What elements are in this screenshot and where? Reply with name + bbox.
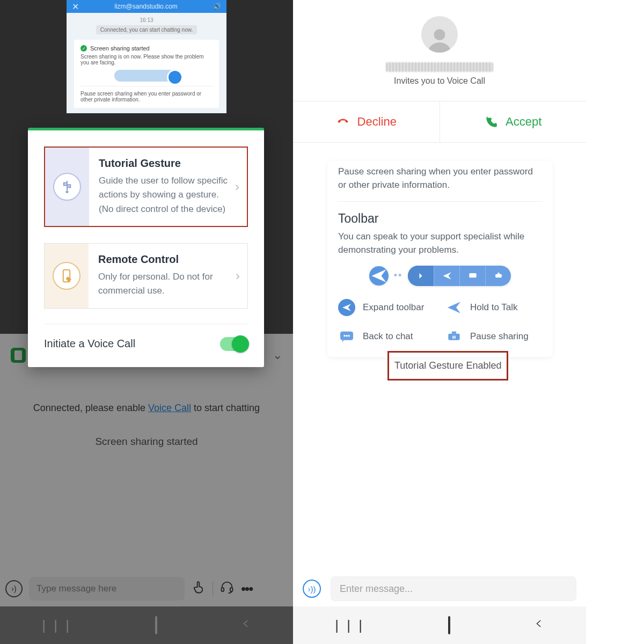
left-screenshot: ✕ lizm@sandstudio.com 🔊 16:13 Connected,…	[0, 0, 293, 644]
option-remote-control[interactable]: Remote Control Only for personal. Do not…	[44, 243, 248, 309]
plane-icon	[338, 299, 355, 316]
chat-app-preview: ✕ lizm@sandstudio.com 🔊 16:13 Connected,…	[67, 0, 226, 113]
chat-header: ✕ lizm@sandstudio.com 🔊	[67, 0, 226, 13]
chat-info-card: ✓ Screen sharing started Screen sharing …	[74, 40, 219, 108]
svg-rect-15	[452, 331, 456, 333]
chat-connected-pill: Connected, you can start chatting now.	[96, 25, 197, 34]
toolbar-title: Toolbar	[338, 211, 542, 226]
svg-point-5	[472, 275, 473, 276]
accept-button[interactable]: Accept	[440, 101, 587, 142]
svg-point-6	[473, 275, 474, 276]
recent-apps-icon[interactable]: | | |	[335, 617, 364, 634]
card-line2: Pause screen sharing when you enter pass…	[80, 91, 213, 103]
decline-button[interactable]: Decline	[293, 101, 440, 142]
invite-text: Invites you to Voice Call	[293, 76, 586, 86]
plane-icon	[369, 266, 389, 286]
option-title: Tutorial Gesture	[99, 157, 230, 170]
phone-hangup-icon	[336, 115, 350, 129]
voice-call-toggle-row: Initiate a Voice Call	[44, 337, 248, 351]
toolbar-pill	[408, 266, 511, 286]
close-icon[interactable]: ✕	[72, 2, 79, 12]
voice-call-toggle[interactable]	[220, 337, 248, 351]
dim-overlay	[0, 334, 293, 644]
message-input[interactable]: Enter message...	[331, 576, 576, 601]
back-icon[interactable]	[535, 617, 544, 634]
svg-rect-7	[495, 274, 502, 277]
option-tutorial-gesture[interactable]: Tutorial Gesture Guide the user to follo…	[44, 147, 248, 227]
option-title: Remote Control	[98, 253, 230, 266]
svg-rect-16	[452, 335, 453, 338]
pause-share-icon	[485, 266, 511, 286]
android-navbar: | | |	[293, 606, 586, 644]
svg-point-18	[434, 29, 445, 40]
legend-back-chat: Back to chat	[338, 328, 435, 345]
dots-icon: ••	[394, 270, 403, 281]
chat-timestamp: 16:13	[67, 13, 226, 25]
toolbar-preview: ••	[338, 266, 542, 286]
tutorial-gesture-icon	[45, 148, 89, 226]
svg-rect-8	[497, 273, 499, 274]
pause-share-icon	[445, 328, 463, 345]
toolbar-preview-icon	[114, 70, 179, 82]
talk-icon[interactable]: ›))	[303, 580, 321, 598]
expand-arrow-icon	[408, 266, 434, 286]
pause-warning: Pause screen sharing when you enter pass…	[338, 165, 542, 192]
toolbar-subtitle: You can speak to your support specialist…	[338, 230, 542, 257]
option-desc: Guide the user to follow specific action…	[99, 174, 230, 216]
option-desc: Only for personal. Do not for commercial…	[98, 270, 230, 298]
phone-icon	[484, 115, 498, 129]
svg-point-12	[346, 334, 347, 336]
mode-selection-modal: Tutorial Gesture Guide the user to follo…	[28, 128, 264, 367]
voice-call-label: Initiate a Voice Call	[44, 338, 135, 350]
speaker-icon[interactable]: 🔊	[213, 3, 221, 10]
svg-rect-14	[448, 333, 459, 340]
card-title: Screen sharing started	[90, 45, 150, 52]
remote-control-icon	[45, 244, 89, 308]
chat-bubble-icon	[338, 328, 355, 345]
chat-bubble-icon	[459, 266, 485, 286]
tutorial-gesture-enabled-toast: Tutorial Gesture Enabled	[387, 351, 508, 380]
check-icon: ✓	[80, 45, 87, 52]
plane-send-icon	[445, 299, 463, 316]
svg-point-4	[471, 275, 472, 276]
caller-name	[293, 62, 586, 74]
bottom-area: ⌄ Connected, please enable Voice Call to…	[0, 334, 293, 644]
chevron-right-icon: ›	[235, 179, 247, 194]
card-line1: Screen sharing is on now. Please show th…	[80, 54, 213, 65]
chevron-right-icon: ›	[236, 268, 247, 283]
legend-pause-sharing: Pause sharing	[445, 328, 542, 345]
legend-hold-talk: Hold to Talk	[445, 299, 542, 316]
svg-point-11	[343, 334, 345, 336]
svg-rect-17	[455, 335, 456, 338]
legend-expand: Expand toolbar	[338, 299, 435, 316]
toolbar-legend: Expand toolbar Hold to Talk Back to chat…	[338, 299, 542, 345]
chat-title: lizm@sandstudio.com	[114, 3, 178, 10]
message-input-bar: ›)) Enter message...	[303, 576, 576, 601]
incoming-call-card: Invites you to Voice Call Decline Accept	[293, 0, 586, 143]
toolbar-info-card: Pause screen sharing when you enter pass…	[327, 161, 553, 357]
plane-send-icon	[434, 266, 459, 286]
avatar-icon	[421, 16, 458, 53]
right-screenshot: Pause screen sharing when you enter pass…	[293, 0, 586, 644]
home-icon[interactable]	[448, 617, 450, 634]
svg-point-13	[348, 334, 349, 336]
